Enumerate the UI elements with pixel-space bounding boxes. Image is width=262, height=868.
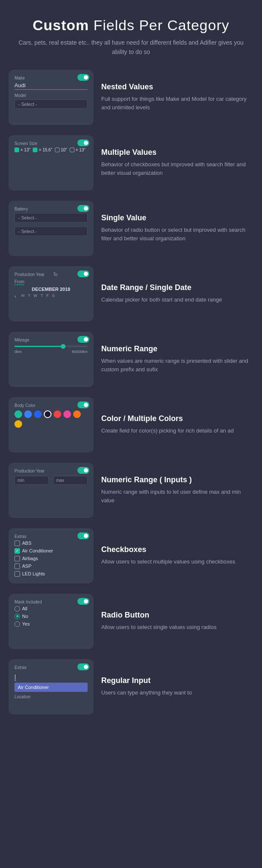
month-label: DECEMBER 2018	[14, 287, 88, 292]
toggle-single[interactable]	[77, 205, 89, 212]
checkbox-10[interactable]: 10"	[55, 148, 67, 152]
cb-box-156-checked	[33, 148, 37, 152]
model-select[interactable]: - Select -	[14, 100, 88, 109]
feature-single-value: Battery - Select - - Select - Single Val…	[9, 201, 253, 256]
numeric-inputs-row: min max	[14, 476, 88, 485]
date-range-title: Date Range / Single Date	[101, 283, 253, 292]
to-label: To	[53, 272, 58, 277]
radio-no[interactable]: No	[14, 614, 88, 619]
color-title: Color / Multiple Colors	[101, 414, 253, 423]
color-text: Color / Multiple Colors Create field for…	[101, 414, 253, 435]
check-led[interactable]: LED Lights	[14, 571, 88, 577]
numeric-inputs-card: Production Year min max	[9, 463, 94, 518]
cb-asp	[14, 563, 20, 569]
screen-size-label: Screen Size	[14, 141, 88, 146]
input-cursor: |	[14, 673, 16, 681]
nested-values-title: Nested Values	[101, 83, 253, 91]
numeric-range-desc: When values are numeric range is present…	[101, 357, 253, 374]
toggle-checkboxes[interactable]	[77, 532, 89, 539]
swatch-pink[interactable]	[63, 410, 71, 418]
production-year-input-label: Production Year	[14, 469, 88, 473]
checkbox-156[interactable]: × 15.6"	[33, 148, 52, 152]
toggle-date[interactable]	[77, 270, 89, 277]
check-abs[interactable]: ABS	[14, 541, 88, 546]
extras-input-label: Extras	[14, 665, 88, 670]
battery-select-1[interactable]: - Select -	[14, 213, 88, 222]
single-value-desc: Behavior of radio button or select but i…	[101, 226, 253, 243]
numeric-inputs-text: Numeric Range ( Inputs ) Numeric range w…	[101, 475, 253, 505]
feature-numeric-inputs: Production Year min max Numeric Range ( …	[9, 463, 253, 518]
slider-track[interactable]	[14, 346, 88, 347]
features-list: Make Audi Model - Select - Nested Values…	[0, 65, 262, 731]
prev-arrow[interactable]: ‹	[14, 293, 16, 299]
make-value: Audi	[14, 82, 88, 88]
radio-all[interactable]: All	[14, 606, 88, 612]
slider-max: 80000km	[72, 350, 88, 354]
checkbox-13[interactable]: × 13"	[14, 148, 30, 152]
single-value-card: Battery - Select - - Select -	[9, 201, 94, 256]
battery-select-2[interactable]: - Select -	[14, 227, 88, 236]
from-label: From	[14, 279, 24, 285]
color-card: Body Color	[9, 397, 94, 452]
max-input[interactable]: max	[53, 476, 88, 485]
check-asp[interactable]: ASP	[14, 563, 88, 569]
swatch-blue2[interactable]	[34, 410, 42, 418]
radio-title: Radio Button	[101, 611, 253, 620]
check-air[interactable]: ✓ Air Conditioner	[14, 548, 88, 554]
numeric-inputs-title: Numeric Range ( Inputs )	[101, 475, 253, 484]
toggle-color[interactable]	[77, 401, 89, 408]
feature-regular-input: Extras | Air Conditioner Location Regula…	[9, 659, 253, 714]
page-header: Custom Fields Per Category Cars, pets, r…	[0, 0, 262, 65]
check-airbags[interactable]: Airbags	[14, 556, 88, 561]
swatch-red[interactable]	[54, 410, 61, 418]
numeric-range-text: Numeric Range When values are numeric ra…	[101, 344, 253, 374]
slider-fill	[14, 346, 66, 347]
swatch-teal[interactable]	[14, 410, 22, 418]
radio-desc: Allow users to select single values usin…	[101, 623, 253, 632]
cb-box-10	[55, 148, 60, 152]
slider-min: 0km	[14, 350, 22, 354]
numeric-range-card: Mileage 0km 80000km	[9, 332, 94, 387]
radio-yes[interactable]: Yes	[14, 621, 88, 627]
toggle-nested[interactable]	[77, 74, 89, 81]
regular-input-desc: Users can type anything they want to	[101, 689, 253, 697]
mileage-label: Mileage	[14, 338, 88, 342]
toggle-regular-input[interactable]	[77, 663, 89, 670]
nested-values-card: Make Audi Model - Select -	[9, 70, 94, 125]
swatch-blue1[interactable]	[24, 410, 32, 418]
regular-input-card: Extras | Air Conditioner Location	[9, 659, 94, 714]
location-label: Location	[14, 694, 88, 699]
toggle-numeric[interactable]	[77, 336, 89, 343]
page-subtitle: Cars, pets, real estate etc.. they all h…	[13, 38, 249, 57]
multiple-values-title: Multiple Values	[101, 148, 253, 157]
nested-values-desc: Full support for things like Make and Mo…	[101, 95, 253, 112]
checkboxes-desc: Allow users to select multiple values us…	[101, 558, 253, 566]
slider-thumb[interactable]	[61, 344, 66, 349]
production-year-label: Production Year	[14, 272, 45, 277]
feature-numeric-range: Mileage 0km 80000km Numeric Range When v…	[9, 332, 253, 387]
cb-led	[14, 571, 20, 577]
swatch-yellow[interactable]	[14, 420, 22, 428]
cb-abs	[14, 541, 20, 546]
checkbox-13b[interactable]: × 13"	[70, 148, 85, 152]
toggle-radio[interactable]	[77, 598, 89, 605]
toggle-multiple[interactable]	[77, 139, 89, 146]
cb-air-checked: ✓	[14, 548, 20, 554]
checkboxes-title: Checkboxes	[101, 545, 253, 554]
toggle-numeric-inputs[interactable]	[77, 467, 89, 474]
color-swatches	[14, 410, 88, 428]
radio-text: Radio Button Allow users to select singl…	[101, 611, 253, 632]
swatch-orange[interactable]	[73, 410, 81, 418]
radio-circle-all	[14, 606, 20, 612]
min-input[interactable]: min	[14, 476, 49, 485]
single-value-text: Single Value Behavior of radio button or…	[101, 213, 253, 243]
multiple-values-text: Multiple Values Behavior of checkboxes b…	[101, 148, 253, 177]
checkbox-grid: × 13" × 15.6" 10" × 13"	[14, 148, 88, 152]
date-range-row: Production Year To	[14, 272, 88, 279]
air-conditioner-input[interactable]: Air Conditioner	[14, 683, 88, 692]
mask-label: Mask Included	[14, 600, 88, 604]
swatch-dark[interactable]	[44, 410, 51, 418]
battery-label: Battery	[14, 207, 88, 211]
feature-radio: Mask Included All No Yes Radio Button Al…	[9, 594, 253, 649]
page-title: Custom Fields Per Category	[13, 17, 249, 34]
